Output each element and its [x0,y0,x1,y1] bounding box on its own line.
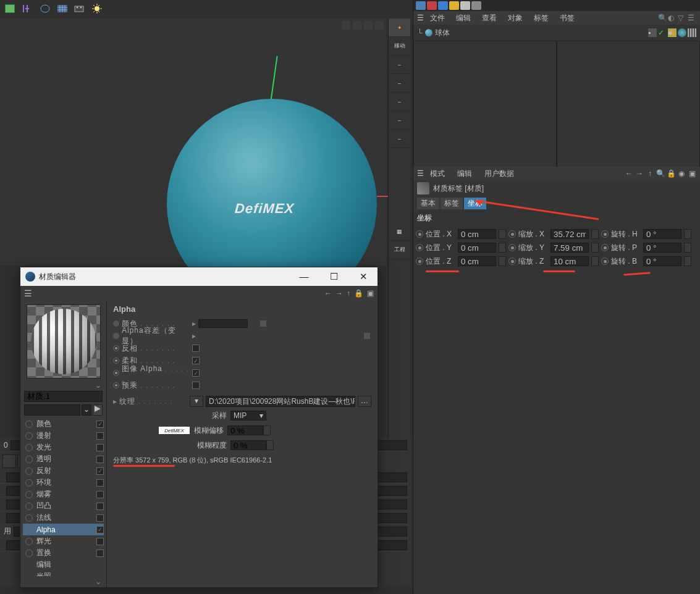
scl-x-input[interactable] [550,229,589,239]
spinner-icon[interactable] [263,425,271,435]
anim-dot-icon[interactable] [25,444,33,451]
channel-透明[interactable]: 透明 [23,453,104,465]
channel-checkbox[interactable] [96,444,104,451]
anim-dot-icon[interactable] [601,244,609,251]
anim-dot-icon[interactable] [25,514,33,522]
shader-dropdown-icon[interactable]: ⌄ [82,404,91,416]
shader-select[interactable] [24,404,80,416]
blur-offset-input[interactable] [227,425,263,435]
move-tool-button[interactable]: ✦ [389,19,410,37]
channel-checkbox[interactable] [96,538,104,545]
tab-tag[interactable]: 标签 [441,198,463,209]
light-tool-icon[interactable] [89,1,105,16]
spinner-icon[interactable] [591,256,599,266]
maximize-icon[interactable]: ☐ [324,271,343,282]
obj-ico-2[interactable] [427,1,437,10]
expand-arrow-icon[interactable]: ▸ [113,397,117,406]
lock-icon[interactable]: 🔒 [354,289,363,298]
scl-y-input[interactable] [550,243,589,253]
search-icon[interactable]: 🔍 [656,169,665,178]
hamburger-icon[interactable]: ☰ [24,288,35,298]
anim-dot-icon[interactable] [508,244,516,251]
material-tag-icon[interactable] [678,28,686,37]
anim-dot-icon[interactable] [25,432,33,440]
pos-y-input[interactable] [458,243,496,253]
color-picker-icon[interactable] [257,317,269,330]
menu-edit[interactable]: 编辑 [451,12,476,25]
side-empty-4[interactable]: – [389,111,410,130]
side-empty-1[interactable]: – [389,56,410,74]
anim-dot-icon[interactable] [113,382,119,388]
channel-Alpha[interactable]: Alpha [23,524,104,535]
anim-dot-icon[interactable] [25,538,33,545]
alpha-color-swatch[interactable] [198,319,248,328]
channel-颜色[interactable]: 颜色 [23,418,104,430]
render-tool-icon[interactable] [72,1,88,16]
search-icon[interactable]: 🔍 [658,14,667,22]
back-icon[interactable]: ← [324,289,332,298]
lock-icon[interactable]: 🔒 [667,169,675,178]
scl-z-input[interactable] [550,256,589,266]
channel-编辑[interactable]: 编辑 [23,559,104,571]
channel-checkbox[interactable] [96,479,104,487]
color-picker-icon[interactable] [361,330,373,342]
anim-dot-icon[interactable] [508,257,516,265]
sampling-select[interactable]: MIP ▾ [230,411,266,420]
material-editor-titlebar[interactable]: 材质编辑器 — ☐ ✕ [20,267,377,286]
tab-basic[interactable]: 基本 [417,198,439,209]
menu-tag[interactable]: 标签 [529,12,554,25]
material-name-input[interactable] [24,391,103,402]
anim-dot-icon[interactable] [508,230,516,238]
pin-icon[interactable]: ◉ [677,169,686,178]
anim-dot-icon[interactable] [416,244,423,251]
anim-dot-icon[interactable] [25,550,33,557]
hamburger-icon[interactable]: ☰ [417,14,424,22]
anim-dot-icon[interactable] [416,230,423,238]
expand-icon[interactable]: └ [417,28,423,37]
anim-dot-icon[interactable] [25,479,33,487]
spinner-icon[interactable] [591,243,599,253]
channel-发光[interactable]: 发光 [23,441,104,453]
side-empty-3[interactable]: – [389,93,410,111]
anim-dot-icon[interactable] [113,345,119,351]
texture-menu-button[interactable]: ▾ [190,396,203,407]
texture-thumb-icon[interactable]: DefiMEX [159,427,190,434]
anim-dot-icon[interactable] [25,526,33,533]
channel-置换[interactable]: 置换 [23,547,104,559]
align-tool-icon[interactable] [20,1,36,16]
poly-tool-icon[interactable] [2,1,19,16]
object-item-sphere[interactable]: └ 球体 ▪ ✓ ● [417,27,696,38]
spinner-icon[interactable] [684,229,691,239]
subd-tool-icon[interactable] [37,1,53,16]
anim-dot-icon[interactable] [601,230,609,238]
pos-x-input[interactable] [458,229,496,239]
spinner-icon[interactable] [266,440,274,450]
chevron-down-icon[interactable]: ⌄ [20,576,106,587]
shader-goto-icon[interactable]: ⯈ [93,404,103,416]
spinner-icon[interactable] [591,229,599,239]
newwin-icon[interactable]: ▣ [688,169,696,178]
alpha-image-checkbox[interactable] [192,369,200,377]
channel-checkbox[interactable] [96,526,104,533]
viewport-zoom-icon[interactable] [353,21,361,30]
project-button[interactable]: ▦ [389,222,410,241]
object-tree-area[interactable] [413,41,557,168]
channel-checkbox[interactable] [96,503,104,510]
tab-coord[interactable]: 坐标 [464,198,486,209]
axis-z-gizmo[interactable] [377,196,388,197]
channel-环境[interactable]: 环境 [23,477,104,488]
viewport-3d[interactable]: DefiMEX [0,19,386,266]
channel-checkbox[interactable] [96,550,104,557]
rot-h-input[interactable] [643,229,681,239]
cloth-tool-icon[interactable] [54,1,70,16]
obj-ico-5[interactable] [460,1,470,10]
anim-dot-icon[interactable] [25,491,33,498]
viewport-max-icon[interactable] [375,21,384,30]
minimize-icon[interactable]: — [295,271,313,282]
newwin-icon[interactable]: ▣ [367,289,374,298]
list-icon[interactable]: ☰ [688,14,696,22]
attr-menu-mode[interactable]: 模式 [424,167,451,180]
anim-dot-icon[interactable] [25,420,33,428]
channel-光照[interactable]: 光照 [23,571,104,576]
visibility-tag-icon[interactable]: ▪ [648,28,657,37]
